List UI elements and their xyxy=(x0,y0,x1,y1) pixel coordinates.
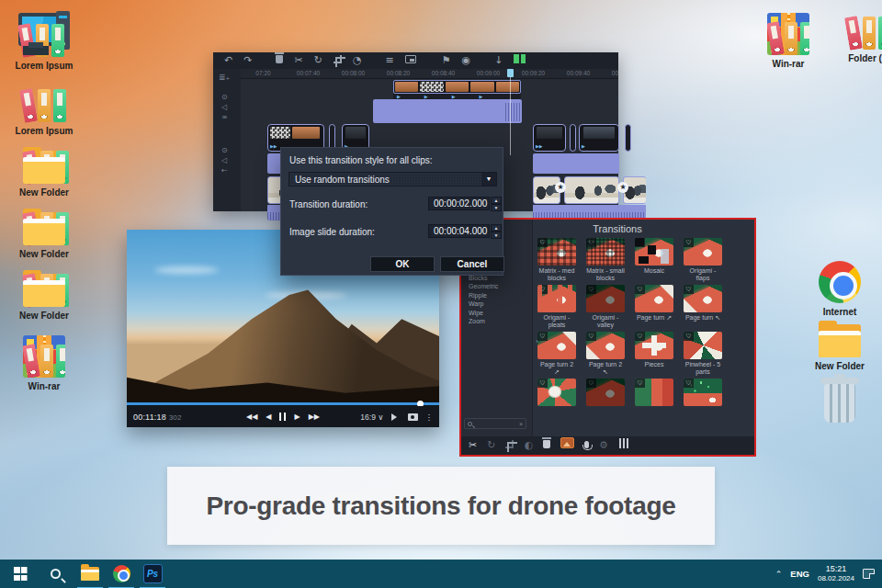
record-icon[interactable]: ◉ xyxy=(462,52,471,69)
frame-forward-icon[interactable]: ▶ xyxy=(295,413,300,421)
equalizer-icon[interactable] xyxy=(618,436,629,455)
timeline-clip-strip[interactable] xyxy=(393,80,521,94)
search-box[interactable]: × xyxy=(464,418,526,429)
rotate-icon[interactable]: ↻ xyxy=(487,436,495,455)
voiceover-icon[interactable]: ↓ xyxy=(494,52,503,69)
favorite-heart-icon[interactable]: ♡ xyxy=(684,332,694,341)
delete-icon[interactable] xyxy=(276,52,283,69)
audio-clip[interactable] xyxy=(533,153,619,174)
category-item[interactable]: Warp xyxy=(469,300,498,307)
language-indicator[interactable]: ENG xyxy=(790,569,809,579)
category-item[interactable]: Ripple xyxy=(469,292,498,299)
category-item[interactable]: Geometric xyxy=(469,283,498,289)
favorite-heart-icon[interactable]: ♡ xyxy=(684,285,694,294)
favorite-heart-icon[interactable]: ♡ xyxy=(537,332,548,341)
favorite-heart-icon[interactable]: ♡ xyxy=(586,379,596,388)
transition-item[interactable]: ♡ Pinwheel - 5 parts xyxy=(684,332,722,376)
transition-item[interactable]: ♡ Matrix - med blocks xyxy=(537,238,576,282)
category-item[interactable]: Zoom xyxy=(469,318,498,324)
undo-icon[interactable]: ↶ xyxy=(224,52,232,69)
transition-duration-field[interactable]: 00:00:02.000 xyxy=(428,197,490,210)
track2-arrow-icon[interactable]: ← xyxy=(221,166,228,175)
audio-clip-linked[interactable] xyxy=(373,99,522,123)
dropdown-caret-icon[interactable]: ▼ xyxy=(481,173,496,186)
spin-up-icon[interactable]: ▲ xyxy=(491,224,502,232)
transition-item[interactable]: ♡ Mosaic xyxy=(635,238,673,282)
start-button[interactable] xyxy=(9,563,31,585)
video-clip-collapsed[interactable] xyxy=(625,124,631,152)
clear-search-icon[interactable]: × xyxy=(519,421,523,427)
volume-icon[interactable] xyxy=(391,413,401,421)
export-icon[interactable] xyxy=(514,52,526,69)
transition-item[interactable]: ♡ Pieces xyxy=(635,332,673,376)
split-icon[interactable]: ✂ xyxy=(294,52,302,69)
cancel-button[interactable]: Cancel xyxy=(440,256,504,272)
desktop-icon[interactable]: Win-rar xyxy=(6,335,83,391)
track1-mute-icon[interactable]: ◁ xyxy=(221,103,227,111)
spin-up-icon[interactable]: ▲ xyxy=(491,197,502,204)
video-clip[interactable]: ▶ xyxy=(579,124,619,152)
favorite-heart-icon[interactable]: ♡ xyxy=(586,285,596,294)
track2-mute-icon[interactable]: ◁ xyxy=(221,156,227,164)
skip-back-icon[interactable]: ◀◀ xyxy=(246,413,257,421)
taskbar-chrome-button[interactable] xyxy=(110,563,132,585)
favorite-heart-icon[interactable]: ♡ xyxy=(635,238,645,247)
favorite-heart-icon[interactable]: ♡ xyxy=(635,379,645,388)
desktop-icon[interactable]: New Folder xyxy=(6,274,83,321)
favorite-heart-icon[interactable]: ♡ xyxy=(684,379,694,388)
marker-flag-icon[interactable]: ⚑ xyxy=(442,52,451,69)
split-icon[interactable]: ✂ xyxy=(469,436,477,455)
desktop-icon[interactable]: New Folder xyxy=(6,151,83,198)
voiceover-icon[interactable] xyxy=(584,436,589,455)
crop-icon[interactable] xyxy=(334,52,342,69)
timeline-ruler[interactable]: 07:2000:07:4000:08:0000:08:2000:08:4000:… xyxy=(241,69,618,79)
track1-link-icon[interactable]: ∞ xyxy=(221,113,228,121)
transition-item[interactable]: ♡ xyxy=(537,379,576,423)
desktop-icon[interactable]: Lorem Ipsum xyxy=(6,85,83,136)
desktop-icon[interactable]: Folder (1) xyxy=(831,13,882,69)
action-center-icon[interactable] xyxy=(863,569,875,579)
transition-star-icon[interactable] xyxy=(617,182,628,193)
transition-item[interactable]: ♡ Origami - pleats xyxy=(537,285,576,329)
skip-forward-icon[interactable]: ▶▶ xyxy=(309,413,320,421)
tray-expand-icon[interactable]: ⌃ xyxy=(775,570,783,579)
transition-item[interactable]: ♡ Origami - valley xyxy=(586,285,625,329)
pause-icon[interactable] xyxy=(280,413,287,421)
transition-item[interactable]: ♡ xyxy=(586,379,625,423)
playhead[interactable] xyxy=(507,69,514,77)
taskbar-photoshop-button[interactable]: Ps xyxy=(141,563,164,585)
desktop-icon[interactable] xyxy=(801,379,878,426)
transition-item[interactable]: ♡ Origami - flaps xyxy=(684,238,722,282)
pip-icon[interactable] xyxy=(405,52,416,69)
track1-visibility-icon[interactable]: ⊙ xyxy=(221,93,228,101)
color-adjust-icon[interactable]: ◐ xyxy=(524,436,533,455)
desktop-icon[interactable]: Internet xyxy=(801,261,878,317)
category-item[interactable]: Wipe xyxy=(469,310,498,316)
favorite-heart-icon[interactable]: ♡ xyxy=(586,332,596,341)
transition-item[interactable]: ♡ Page turn ↖ xyxy=(684,285,722,329)
add-track-icon[interactable]: ≣₊ xyxy=(219,73,230,82)
transition-item[interactable]: ♡ Page turn 2 ↗ xyxy=(537,332,576,376)
frame-back-icon[interactable]: ◀ xyxy=(266,413,271,421)
more-options-icon[interactable]: ⋮ xyxy=(425,413,434,422)
settings-gear-icon[interactable]: ⚙ xyxy=(599,436,608,455)
favorite-heart-icon[interactable]: ♡ xyxy=(537,379,548,388)
transition-item[interactable]: ♡ xyxy=(684,379,722,423)
track2-visibility-icon[interactable]: ⊙ xyxy=(221,146,228,154)
transition-item[interactable]: ♡ Page turn ↗ xyxy=(635,285,673,329)
crop-icon[interactable] xyxy=(505,436,514,455)
image-slide-duration-field[interactable]: 00:00:04.000 xyxy=(428,224,490,238)
taskbar-search-button[interactable] xyxy=(44,563,66,585)
transition-star-icon[interactable] xyxy=(555,182,566,193)
desktop-icon[interactable]: New Folder xyxy=(6,212,83,259)
desktop-icon[interactable]: Win-rar xyxy=(750,13,827,69)
transition-item[interactable]: ♡ Page turn 2 ↖ xyxy=(586,332,625,376)
spin-down-icon[interactable]: ▼ xyxy=(491,232,502,239)
transition-item[interactable]: ♡ Matrix - small blocks xyxy=(586,238,625,282)
favorite-heart-icon[interactable]: ♡ xyxy=(635,285,645,294)
spin-down-icon[interactable]: ▼ xyxy=(491,204,502,211)
favorite-heart-icon[interactable]: ♡ xyxy=(537,238,548,247)
video-clip[interactable]: ▶▶ xyxy=(533,124,566,152)
desktop-icon[interactable]: Lorem Ipsum xyxy=(6,11,83,71)
favorite-heart-icon[interactable]: ♡ xyxy=(537,285,548,294)
